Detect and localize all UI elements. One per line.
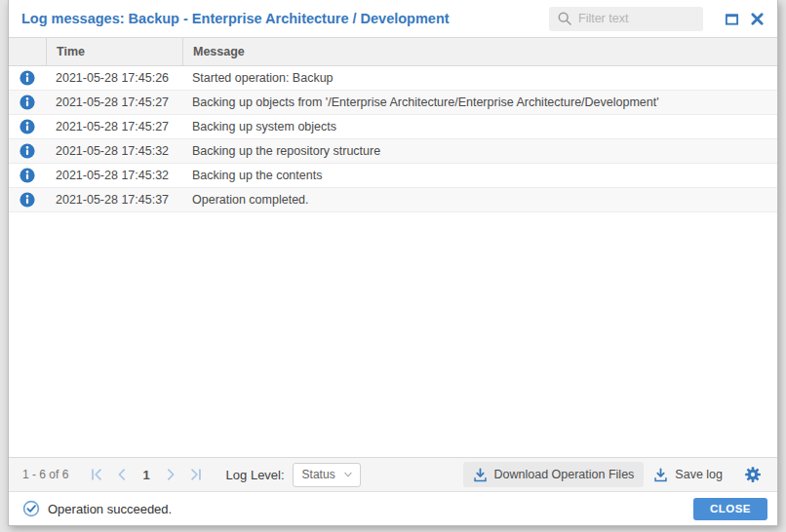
next-page-button[interactable] <box>159 463 182 486</box>
log-time: 2021-05-28 17:45:37 <box>46 193 182 207</box>
gear-icon <box>744 466 762 483</box>
log-time: 2021-05-28 17:45:32 <box>46 144 182 158</box>
column-icon <box>9 38 46 65</box>
maximize-icon <box>725 12 739 26</box>
download-operation-files-button[interactable]: Download Operation Files <box>463 462 645 487</box>
dialog-titlebar: Log messages: Backup - Enterprise Archit… <box>9 0 777 37</box>
status-message: Operation succeeded. <box>48 502 693 516</box>
log-time: 2021-05-28 17:45:27 <box>46 95 182 109</box>
log-time: 2021-05-28 17:45:26 <box>46 71 182 85</box>
chevron-left-icon <box>115 468 129 481</box>
current-page: 1 <box>142 468 149 482</box>
log-level-select[interactable]: Status <box>293 463 361 487</box>
info-icon <box>9 70 46 86</box>
column-time[interactable]: Time <box>46 38 182 65</box>
log-time: 2021-05-28 17:45:27 <box>46 120 182 133</box>
chevron-down-icon <box>343 470 353 479</box>
info-icon <box>9 95 46 110</box>
first-page-icon <box>90 468 103 481</box>
table-row[interactable]: 2021-05-28 17:45:32 Backing up the conte… <box>9 164 777 188</box>
table-row[interactable]: 2021-05-28 17:45:27 Backing up objects f… <box>9 91 777 115</box>
status-bar: Operation succeeded. CLOSE <box>9 491 777 525</box>
table-header: Time Message <box>9 37 777 66</box>
table-row[interactable]: 2021-05-28 17:45:37 Operation completed. <box>9 188 777 212</box>
table-row[interactable]: 2021-05-28 17:45:27 Backing up system ob… <box>9 115 777 139</box>
log-messages-dialog: Log messages: Backup - Enterprise Archit… <box>8 0 778 526</box>
chevron-right-icon <box>164 468 177 481</box>
filter-box <box>549 7 703 31</box>
log-time: 2021-05-28 17:45:32 <box>46 169 182 182</box>
log-message: Operation completed. <box>182 193 777 207</box>
save-log-button[interactable]: Save log <box>644 462 732 487</box>
close-dialog-button[interactable] <box>746 8 767 29</box>
download-button-label: Download Operation Files <box>494 468 635 481</box>
settings-button[interactable] <box>740 462 766 487</box>
info-icon <box>9 168 46 183</box>
pagination-range: 1 - 6 of 6 <box>22 468 68 481</box>
maximize-button[interactable] <box>721 8 742 29</box>
last-page-icon <box>189 468 203 481</box>
save-log-button-label: Save log <box>675 468 723 481</box>
check-circle-icon <box>22 500 40 517</box>
info-icon <box>9 119 46 134</box>
download-icon <box>653 468 668 482</box>
prev-page-button[interactable] <box>110 463 134 486</box>
first-page-button[interactable] <box>85 463 108 486</box>
last-page-button[interactable] <box>184 463 208 486</box>
table-row[interactable]: 2021-05-28 17:45:32 Backing up the repos… <box>9 139 777 164</box>
footer-toolbar: 1 - 6 of 6 1 Log Level: Status <box>9 457 777 491</box>
log-message: Backing up the repository structure <box>182 144 777 158</box>
column-message[interactable]: Message <box>182 38 777 65</box>
table-row[interactable]: 2021-05-28 17:45:26 Started operation: B… <box>9 66 777 91</box>
close-button[interactable]: CLOSE <box>693 498 767 520</box>
log-level-value: Status <box>302 468 335 481</box>
log-message: Backing up the contents <box>182 169 777 182</box>
log-table: 2021-05-28 17:45:26 Started operation: B… <box>9 66 777 457</box>
log-message: Started operation: Backup <box>182 71 777 85</box>
search-icon <box>557 11 572 26</box>
close-icon <box>750 12 765 26</box>
download-icon <box>473 468 488 482</box>
dialog-title: Log messages: Backup - Enterprise Archit… <box>21 11 549 26</box>
log-message: Backing up objects from '/Enterprise Arc… <box>182 95 777 109</box>
log-message: Backing up system objects <box>182 120 777 133</box>
info-icon <box>9 143 46 159</box>
info-icon <box>9 192 46 208</box>
log-level-label: Log Level: <box>226 468 285 482</box>
